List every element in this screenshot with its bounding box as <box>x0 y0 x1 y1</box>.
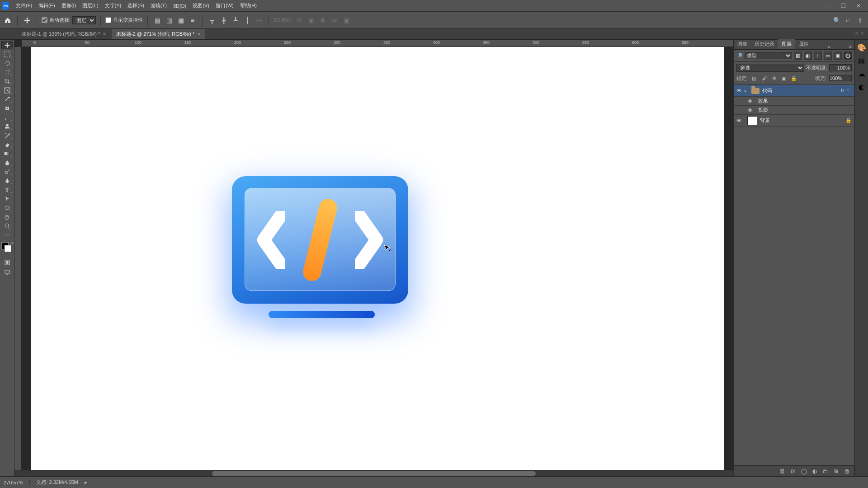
lock-paint-icon[interactable]: 🖌 <box>760 75 768 82</box>
tool-dodge[interactable] <box>1 167 13 176</box>
more-align-icon[interactable]: ⋯ <box>254 15 264 25</box>
align-right-icon[interactable]: ▦ <box>176 15 186 25</box>
filter-smart-icon[interactable]: ▣ <box>834 52 842 60</box>
expand-group-icon[interactable]: ▸ <box>745 89 747 93</box>
distribute-bottom-icon[interactable]: ┻ <box>231 15 241 25</box>
menu-file[interactable]: 文件(F) <box>13 2 35 9</box>
menu-filter[interactable]: 滤镜(T) <box>147 2 170 9</box>
tool-type[interactable]: T <box>1 185 13 194</box>
visibility-icon[interactable]: 👁 <box>745 108 755 113</box>
visibility-icon[interactable]: 👁 <box>745 99 755 104</box>
visibility-icon[interactable]: 👁 <box>734 117 745 124</box>
tool-edit-toolbar[interactable]: ⋯ <box>1 230 13 239</box>
artwork-code-monitor[interactable] <box>232 176 408 304</box>
share-icon[interactable]: ⇪ <box>855 15 865 25</box>
tool-gradient[interactable] <box>1 149 13 158</box>
panel-menu-icon[interactable]: ≡ <box>846 44 854 49</box>
tool-eyedropper[interactable] <box>1 95 13 103</box>
layer-effects-row[interactable]: 👁 效果 <box>734 97 854 106</box>
document-tab-1[interactable]: 未标题-1 @ 136% (代码, RGB/8#) * ✕ <box>17 29 111 39</box>
menu-layer[interactable]: 图层(L) <box>79 2 101 9</box>
tool-magicwand[interactable] <box>1 68 13 76</box>
panel-tab-adjust[interactable]: 调整 <box>734 39 751 49</box>
new-layer-icon[interactable]: 🗎 <box>833 468 840 474</box>
menu-type[interactable]: 文字(Y) <box>102 2 125 9</box>
panel-expand-icon[interactable]: » <box>825 44 833 49</box>
menu-window[interactable]: 窗口(W) <box>212 2 237 9</box>
close-tab-icon[interactable]: ✕ <box>197 32 201 37</box>
status-menu-icon[interactable]: ▸ <box>85 479 87 485</box>
collapsed-swatches-icon[interactable]: ▦ <box>858 56 865 65</box>
layer-fx-icon[interactable]: fx <box>789 468 797 474</box>
home-icon[interactable] <box>3 15 13 25</box>
tool-lasso[interactable] <box>1 59 13 67</box>
lock-all-icon[interactable]: 🔒 <box>790 75 797 82</box>
fill-input[interactable] <box>829 75 852 81</box>
distribute-top-icon[interactable]: ┳ <box>207 15 217 25</box>
window-close-icon[interactable]: ✕ <box>851 3 866 9</box>
layer-fx-badge[interactable]: fx <box>841 88 844 93</box>
filter-adjust-icon[interactable]: ◐ <box>804 52 812 60</box>
filter-toggle-icon[interactable]: ⏻ <box>844 52 852 60</box>
link-layers-icon[interactable]: ⛓ <box>778 468 786 474</box>
lock-icon[interactable]: 🔒 <box>845 117 852 123</box>
auto-select-mode-select[interactable]: 图层 <box>72 16 96 24</box>
filter-pixel-icon[interactable]: ▦ <box>794 52 802 60</box>
distribute-vcenter-icon[interactable]: ╋ <box>219 15 229 25</box>
delete-layer-icon[interactable]: 🗑 <box>844 468 851 474</box>
canvas[interactable] <box>31 47 724 470</box>
tool-path-select[interactable] <box>1 194 13 203</box>
tool-move[interactable] <box>1 41 13 49</box>
auto-select-checkbox[interactable]: 自动选择: <box>42 17 71 23</box>
menu-3d[interactable]: 3D(D) <box>170 3 189 9</box>
tool-crop[interactable] <box>1 77 13 85</box>
canvas-viewport[interactable] <box>22 47 733 470</box>
search-icon[interactable]: 🔍 <box>832 15 842 25</box>
align-center-h-icon[interactable]: ▥ <box>164 15 174 25</box>
menu-edit[interactable]: 编辑(E) <box>35 2 58 9</box>
tool-zoom[interactable] <box>1 221 13 230</box>
menu-help[interactable]: 帮助(H) <box>237 2 260 9</box>
window-minimize-icon[interactable]: — <box>820 3 835 9</box>
layer-background[interactable]: 👁 背景 🔒 <box>734 115 854 127</box>
align-left-icon[interactable]: ▤ <box>152 15 162 25</box>
document-tab-2[interactable]: 未标题-2 @ 271% (代码, RGB/8#) * ✕ <box>112 29 205 39</box>
layer-name[interactable]: 代码 <box>762 87 841 94</box>
distribute-h-icon[interactable]: ┃ <box>242 15 252 25</box>
move-tool-icon[interactable] <box>22 15 32 25</box>
status-zoom[interactable]: 270.57% <box>4 480 23 485</box>
layer-dropshadow-row[interactable]: 👁 投影 <box>734 106 854 115</box>
collapsed-adjust-icon[interactable]: ◐ <box>859 83 865 91</box>
window-restore-icon[interactable]: ❐ <box>835 3 851 9</box>
layer-filter-kind-select[interactable]: 类型 <box>745 52 792 59</box>
horizontal-scrollbar[interactable] <box>14 470 733 476</box>
tool-marquee[interactable] <box>1 50 13 58</box>
swap-colors-icon[interactable]: ⤭ <box>11 241 14 245</box>
screenmode-icon[interactable] <box>1 267 13 276</box>
lock-position-icon[interactable]: ✥ <box>770 75 778 82</box>
layer-group-code[interactable]: 👁 ▸ 代码 fx ⌃ <box>734 85 854 97</box>
tool-shape[interactable] <box>1 203 13 212</box>
align-stretch-icon[interactable]: ≡ <box>188 15 198 25</box>
lock-transparent-icon[interactable]: ▨ <box>750 75 758 82</box>
tool-stamp[interactable] <box>1 122 13 131</box>
panel-tab-properties[interactable]: 属性 <box>795 39 812 49</box>
show-transform-checkbox[interactable]: 显示变换控件 <box>105 17 143 23</box>
blend-mode-select[interactable]: 穿透 <box>736 64 804 72</box>
filter-type-icon[interactable]: T <box>814 52 822 60</box>
tab-overflow-icon[interactable]: « » <box>855 31 864 36</box>
collapsed-color-icon[interactable]: 🎨 <box>857 43 866 52</box>
tool-brush[interactable] <box>1 113 13 122</box>
tool-pen[interactable] <box>1 176 13 185</box>
opacity-input[interactable] <box>829 64 852 71</box>
menu-image[interactable]: 图像(I) <box>58 2 79 9</box>
fx-expand-icon[interactable]: ⌃ <box>846 89 850 93</box>
tool-history-brush[interactable] <box>1 131 13 140</box>
visibility-icon[interactable]: 👁 <box>734 88 745 94</box>
collapsed-libraries-icon[interactable]: ☁ <box>858 70 865 78</box>
menu-view[interactable]: 视图(V) <box>189 2 212 9</box>
foreground-color-swatch[interactable] <box>4 245 11 252</box>
filter-shape-icon[interactable]: ▭ <box>824 52 832 60</box>
layer-name[interactable]: 背景 <box>760 117 845 124</box>
tool-heal[interactable] <box>1 104 13 113</box>
